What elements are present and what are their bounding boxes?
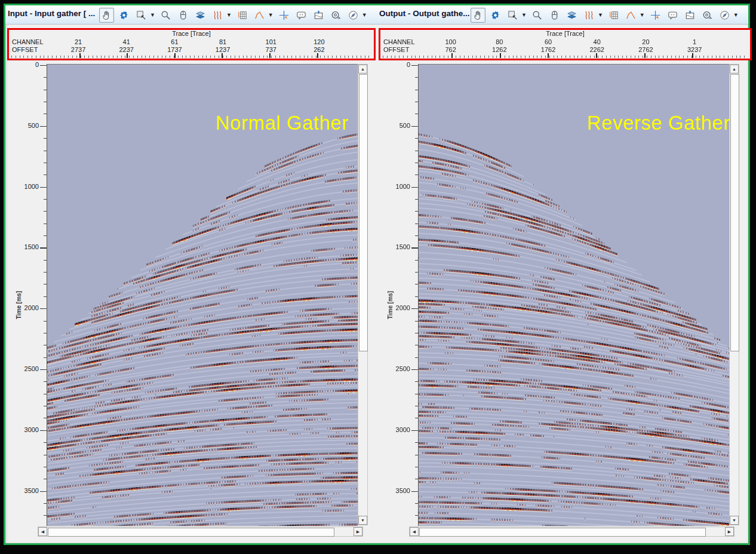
trace-header-box-output: Trace [Trace] CHANNEL 100 80 60 40 20 1 … [379, 28, 752, 60]
offset-value: 1262 [492, 46, 506, 53]
offset-value: 3237 [687, 46, 702, 53]
time-tick-label: 3500 [386, 487, 410, 494]
offset-row-label: OFFSET [383, 46, 409, 53]
vertical-scrollbar[interactable]: ▲ ▼ [729, 64, 739, 525]
channel-value: 100 [445, 38, 456, 45]
channel-row: CHANNEL 100 80 60 40 20 1 [380, 38, 750, 46]
time-tick-label: 2500 [386, 365, 410, 372]
app-frame: Input - Input gather [ ... ▼▼▼▼ Output -… [4, 4, 750, 545]
scroll-right-button[interactable]: ▶ [725, 527, 734, 536]
annotation-reverse-gather: Reverse Gather [587, 112, 730, 134]
ruler-tick [596, 53, 597, 58]
channel-value: 60 [545, 38, 552, 45]
time-tick-label: 1000 [386, 183, 410, 190]
scroll-left-button[interactable]: ◀ [410, 527, 419, 536]
offset-value: 762 [445, 46, 456, 53]
time-tick-label: 3000 [386, 426, 410, 433]
scroll-down-button[interactable]: ▼ [730, 516, 739, 525]
channel-value: 20 [642, 38, 649, 45]
scroll-up-button[interactable]: ▲ [730, 65, 739, 74]
offset-value: 1762 [541, 46, 555, 53]
channel-value: 80 [496, 38, 503, 45]
channel-value: 40 [594, 38, 601, 45]
trace-ruler [383, 53, 748, 58]
ruler-tick [451, 53, 453, 58]
time-tick-label: 0 [386, 61, 410, 68]
trace-axis-title: Trace [Trace] [380, 30, 750, 37]
time-tick-label: 500 [386, 122, 410, 129]
ruler-tick [692, 53, 693, 58]
channel-row-label: CHANNEL [383, 38, 415, 45]
offset-value: 2762 [638, 46, 653, 53]
ruler-tick [548, 53, 549, 58]
ruler-tick [644, 53, 646, 58]
time-tick-label: 1500 [386, 243, 410, 250]
ruler-tick [500, 53, 501, 58]
horizontal-scrollbar[interactable]: ◀ ▶ [409, 527, 735, 537]
time-tick-label: 2000 [386, 304, 410, 311]
vertical-scroll-thumb[interactable] [730, 74, 739, 351]
offset-value: 2262 [589, 46, 604, 53]
channel-value: 1 [693, 38, 696, 45]
panel-output: Trace [Trace] CHANNEL 100 80 60 40 20 1 … [5, 5, 748, 543]
horizontal-scroll-thumb[interactable] [419, 528, 706, 537]
